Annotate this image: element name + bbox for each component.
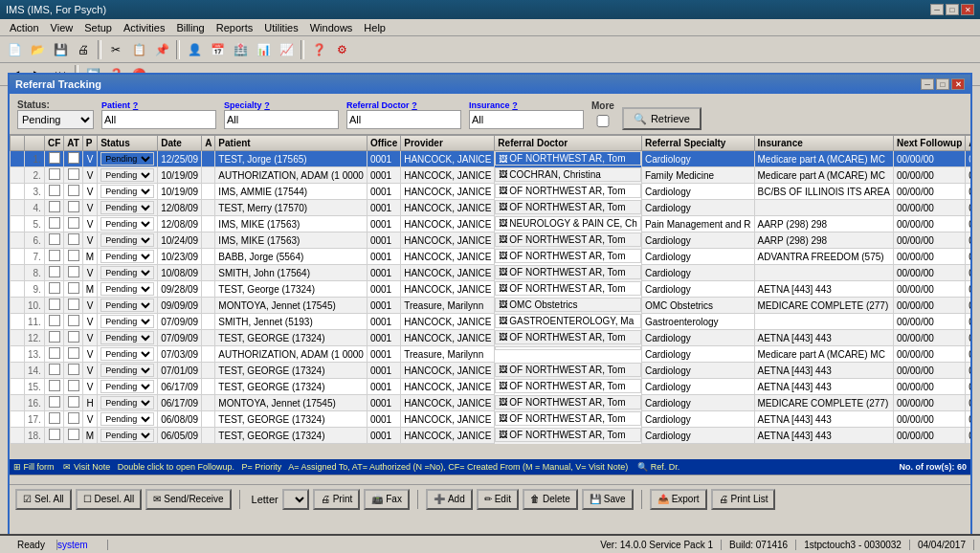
row-office: 0001 (367, 167, 400, 184)
patient-help-link[interactable]: ? (133, 100, 139, 110)
cut-btn[interactable]: ✂ (105, 39, 126, 60)
referral-close[interactable]: ✕ (951, 78, 965, 90)
col-insurance[interactable]: Insurance (754, 136, 893, 151)
insurance-btn[interactable]: 🏥 (230, 39, 251, 60)
refdr-filter-input[interactable] (346, 110, 461, 129)
export-button[interactable]: 📤 Export (650, 489, 707, 510)
row-office: 0001 (367, 216, 400, 232)
print-button[interactable]: 🖨 Print (313, 489, 361, 510)
delete-button[interactable]: 🗑 Delete (523, 489, 578, 510)
status-filter-select[interactable]: Pending (17, 110, 94, 129)
patient-filter-input[interactable] (101, 110, 216, 129)
col-a[interactable]: A (202, 136, 215, 151)
col-office[interactable]: Office (367, 136, 400, 151)
settings-btn[interactable]: ⚙ (331, 39, 352, 60)
paste-btn[interactable]: 📌 (151, 39, 172, 60)
claims-btn[interactable]: 📊 (253, 39, 274, 60)
build-status: Build: 071416 (722, 540, 796, 550)
specialty-filter-input[interactable] (224, 110, 339, 129)
col-provider[interactable]: Provider (401, 136, 495, 151)
referral-table-container[interactable]: CF AT P Status Date A Patient Office Pro… (10, 135, 970, 459)
menu-setup[interactable]: Setup (78, 22, 118, 33)
table-row[interactable]: 11. V Pending 07/09/09 SMITH, Jennet (51… (11, 314, 971, 330)
table-row[interactable]: 6. V Pending 10/24/09 IMS, MIKE (17563) … (11, 232, 971, 249)
col-patient[interactable]: Patient (215, 136, 368, 151)
new-btn[interactable]: 📄 (4, 39, 25, 60)
menu-billing[interactable]: Billing (170, 22, 210, 33)
menu-view[interactable]: View (45, 22, 79, 33)
table-row[interactable]: 4. V Pending 12/08/09 TEST, Merry (17570… (11, 200, 971, 216)
col-appt[interactable]: Appt. (966, 136, 970, 151)
minimize-button[interactable]: ─ (930, 4, 944, 15)
referral-minimize[interactable]: ─ (921, 78, 934, 90)
more-filter-checkbox[interactable] (591, 115, 614, 127)
table-row[interactable]: ▶ 1. V Pending 12/25/09 TEST, Jorge (175… (11, 151, 971, 167)
refdr-help-link[interactable]: ? (412, 100, 417, 110)
col-next-followup[interactable]: Next Followup (893, 136, 965, 151)
help-btn[interactable]: ❓ (308, 39, 329, 60)
row-at (64, 298, 83, 314)
table-row[interactable]: 18. M Pending 06/05/09 TEST, GEORGE (173… (11, 428, 971, 444)
add-button[interactable]: ➕ Add (426, 489, 473, 510)
table-row[interactable]: 17. V Pending 06/08/09 TEST, GEORGE (173… (11, 411, 971, 428)
col-p[interactable]: P (82, 136, 97, 151)
maximize-button[interactable]: □ (946, 4, 959, 15)
menu-activities[interactable]: Activities (118, 22, 170, 33)
table-row[interactable]: 9. M Pending 09/28/09 TEST, George (1732… (11, 281, 971, 298)
fax-button[interactable]: 📠 Fax (364, 489, 410, 510)
save-btn[interactable]: 💾 (50, 39, 71, 60)
insurance-filter-input[interactable] (469, 110, 584, 129)
table-row[interactable]: 7. M Pending 10/23/09 BABB, Jorge (5564)… (11, 249, 971, 265)
table-row[interactable]: 8. V Pending 10/08/09 SMITH, John (17564… (11, 265, 971, 281)
row-ref-doctor: 🖼 OF NORTHWEST AR, Tom (495, 232, 641, 247)
insurance-help-link[interactable]: ? (512, 100, 518, 110)
row-appt: 00:00 (966, 363, 970, 379)
table-row[interactable]: 13. V Pending 07/03/09 AUTHORIZATION, AD… (11, 346, 971, 363)
row-appt: 00:00 (966, 232, 970, 249)
menu-windows[interactable]: Windows (304, 22, 359, 33)
table-row[interactable]: 3. V Pending 10/19/09 IMS, AMMIE (17544)… (11, 184, 971, 200)
reports-btn[interactable]: 📈 (276, 39, 297, 60)
col-ref-doctor[interactable]: Referral Doctor (495, 136, 642, 151)
close-button[interactable]: ✕ (961, 4, 974, 15)
patient-btn[interactable]: 👤 (184, 39, 205, 60)
col-cf[interactable]: CF (44, 136, 63, 151)
referral-maximize[interactable]: □ (936, 78, 949, 90)
table-row[interactable]: 12. V Pending 07/09/09 TEST, GEORGE (173… (11, 330, 971, 346)
table-row[interactable]: 10. V Pending 09/09/09 MONTOYA, Jennet (… (11, 298, 971, 314)
letter-select[interactable] (282, 489, 309, 510)
print-list-button[interactable]: 🖨 Print List (711, 489, 776, 510)
copy-btn[interactable]: 📋 (128, 39, 149, 60)
specialty-help-link[interactable]: ? (264, 100, 270, 110)
table-row[interactable]: 5. V Pending 12/08/09 IMS, MIKE (17563) … (11, 216, 971, 232)
menu-help[interactable]: Help (358, 22, 391, 33)
table-row[interactable]: 15. V Pending 06/17/09 TEST, GEORGE (173… (11, 379, 971, 395)
menu-reports[interactable]: Reports (211, 22, 259, 33)
col-at[interactable]: AT (64, 136, 83, 151)
col-ref-specialty[interactable]: Referral Specialty (641, 136, 754, 151)
menu-action[interactable]: Action (4, 22, 45, 33)
save-button[interactable]: 💾 Save (582, 489, 634, 510)
table-row[interactable]: 2. V Pending 10/19/09 AUTHORIZATION, ADA… (11, 167, 971, 184)
table-row[interactable]: 16. H Pending 06/17/09 MONTOYA, Jennet (… (11, 395, 971, 411)
version-status: Ver: 14.0.0 Service Pack 1 (592, 540, 722, 550)
scheduler-btn[interactable]: 📅 (207, 39, 228, 60)
menu-utilities[interactable]: Utilities (258, 22, 303, 33)
edit-button[interactable]: ✏ Edit (477, 489, 519, 510)
desel-all-button[interactable]: ☐ Desel. All (76, 489, 143, 510)
print-btn[interactable]: 🖨 (73, 39, 94, 60)
row-next-followup: 00/00/00 (893, 265, 965, 281)
row-office: 0001 (367, 330, 400, 346)
horizontal-scrollbar[interactable] (10, 475, 970, 484)
bottom-sep3 (641, 490, 642, 509)
row-appt: 00:00 (966, 151, 970, 167)
table-row[interactable]: 14. V Pending 07/01/09 TEST, GEORGE (173… (11, 363, 971, 379)
send-receive-button[interactable]: ✉ Send/Receive (145, 489, 231, 510)
open-btn[interactable]: 📂 (27, 39, 48, 60)
row-number: 8. (25, 265, 45, 281)
specialty-filter-label: Specialty ? (224, 100, 339, 110)
retrieve-button[interactable]: 🔍 Retrieve (622, 107, 702, 130)
col-status[interactable]: Status (98, 136, 158, 151)
sel-all-button[interactable]: ☑ Sel. All (15, 489, 72, 510)
col-date[interactable]: Date (158, 136, 202, 151)
